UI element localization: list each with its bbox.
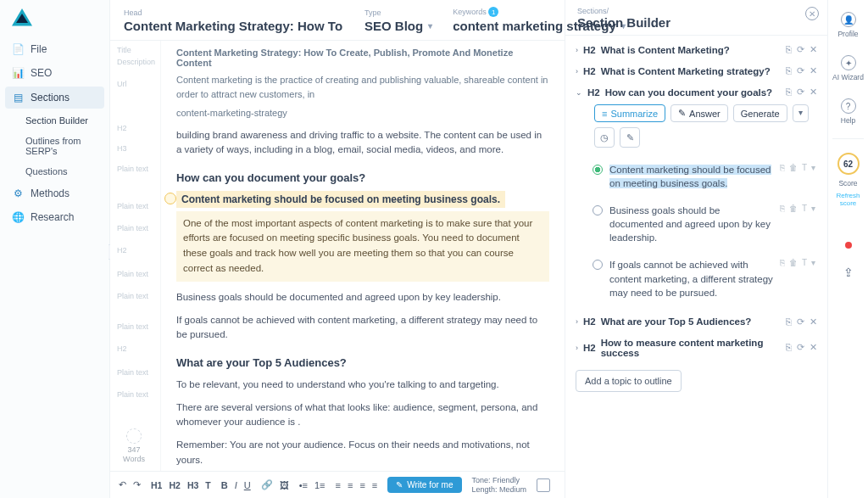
history-button[interactable]: ◷ [594, 127, 615, 148]
italic-button[interactable]: I [235, 480, 237, 490]
section-title[interactable]: How to measure content marketing success [601, 338, 781, 358]
answer-button[interactable]: ✎Answer [670, 104, 728, 122]
chevron-down-icon[interactable]: ▾ [428, 21, 432, 31]
rail-ai-wizard[interactable]: ✦ AI Wizard [828, 52, 868, 85]
expand-toggle[interactable]: › [576, 344, 578, 352]
copy-icon[interactable]: ⎘ [780, 258, 785, 267]
section-title[interactable]: What are your Top 5 Audiences? [601, 316, 781, 327]
gutter-pt3: Plain text [110, 222, 160, 234]
link-button[interactable]: 🔗 [261, 479, 273, 490]
header-type-field[interactable]: Type SEO Blog▾ [364, 8, 432, 33]
panel-close-button[interactable]: ✕ [805, 7, 819, 20]
nav-research[interactable]: 🌐 Research [0, 205, 109, 229]
copy-icon[interactable]: ⎘ [786, 342, 792, 353]
nav-methods[interactable]: ⚙ Methods [0, 182, 109, 205]
refresh-icon[interactable]: ⟳ [797, 87, 804, 98]
generate-dropdown[interactable]: ▾ [793, 104, 809, 122]
text-icon[interactable]: T [802, 258, 807, 267]
underline-button[interactable]: U [244, 480, 251, 490]
remove-icon[interactable]: ✕ [810, 342, 817, 353]
copy-icon[interactable]: ⎘ [786, 316, 792, 327]
bullet-list-button[interactable]: •≡ [299, 480, 308, 490]
h1-button[interactable]: H1 [151, 480, 162, 490]
refresh-score-link[interactable]: Refresh score [828, 193, 868, 208]
section-title[interactable]: How can you document your goals? [605, 87, 781, 98]
remove-icon[interactable]: ✕ [810, 65, 817, 76]
text-button[interactable]: T [205, 480, 210, 490]
header-head-field[interactable]: Head Content Marketing Strategy: How To … [124, 8, 344, 33]
refresh-icon[interactable]: ⟳ [797, 65, 804, 76]
rail-notification[interactable] [828, 238, 868, 252]
rail-score[interactable]: 62 Score Refresh score [828, 149, 868, 211]
rail-share[interactable]: ⇪ [828, 262, 868, 283]
point-text: Business goals should be documented and … [609, 204, 773, 244]
chevron-down-icon[interactable]: ▾ [811, 163, 815, 172]
layout-toggle-button[interactable] [537, 478, 550, 492]
help-icon: ? [841, 98, 856, 114]
gutter-pt8: Plain text [110, 389, 160, 400]
outline-point[interactable]: Business goals should be documented and … [591, 197, 817, 251]
add-topic-button[interactable]: Add a topic to outline [576, 370, 682, 392]
expand-toggle[interactable]: › [576, 46, 578, 54]
edit-button[interactable]: ✎ [620, 127, 640, 148]
section-row: › H2 What is Content Marketing strategy?… [574, 60, 819, 81]
point-check-icon[interactable] [593, 205, 603, 215]
refresh-icon[interactable]: ⟳ [797, 44, 804, 55]
write-for-me-button[interactable]: ✎ Write for me [387, 477, 461, 493]
refresh-icon[interactable]: ⟳ [797, 342, 804, 353]
nav-file[interactable]: 📄 File [0, 37, 109, 61]
rail-wizard-label: AI Wizard [832, 73, 864, 81]
nav-seo[interactable]: 📊 SEO [0, 61, 109, 85]
word-count-ring-icon [126, 428, 142, 444]
remove-icon[interactable]: ✕ [810, 87, 817, 98]
logo-icon [12, 8, 32, 29]
copy-icon[interactable]: ⎘ [780, 163, 785, 172]
subnav-questions[interactable]: Questions [7, 161, 109, 182]
remove-icon[interactable]: ✕ [810, 316, 817, 327]
summarize-button[interactable]: ≡Summarize [594, 104, 665, 122]
chevron-down-icon[interactable]: ▾ [811, 258, 815, 267]
copy-icon[interactable]: ⎘ [786, 65, 792, 76]
delete-icon[interactable]: 🗑 [789, 204, 798, 213]
text-icon[interactable]: T [802, 204, 807, 213]
point-check-icon[interactable] [593, 165, 603, 175]
editor[interactable]: Content Marketing Strategy: How To Creat… [161, 41, 565, 471]
h3-button[interactable]: H3 [187, 480, 198, 490]
undo-button[interactable]: ↶ [119, 479, 126, 490]
remove-icon[interactable]: ✕ [810, 44, 817, 55]
chevron-down-icon[interactable]: ▾ [811, 204, 815, 213]
rail-help[interactable]: ? Help [828, 95, 868, 128]
section-title[interactable]: What is Content Marketing strategy? [601, 66, 781, 76]
h2-button[interactable]: H2 [169, 480, 180, 490]
align-justify-button[interactable]: ≡ [372, 480, 377, 490]
copy-icon[interactable]: ⎘ [786, 44, 792, 55]
point-check-icon[interactable] [593, 260, 603, 270]
nav-file-label: File [31, 43, 47, 55]
nav-sections[interactable]: ▤ Sections [5, 87, 104, 109]
copy-icon[interactable]: ⎘ [780, 204, 785, 213]
copy-icon[interactable]: ⎘ [786, 87, 792, 98]
collapse-toggle[interactable]: ⌄ [576, 88, 582, 97]
outline-point[interactable]: Content marketing should be focused on m… [591, 156, 817, 197]
align-right-button[interactable]: ≡ [359, 480, 364, 490]
refresh-icon[interactable]: ⟳ [797, 316, 804, 327]
redo-button[interactable]: ↷ [133, 479, 141, 490]
subnav-section-builder[interactable]: Section Builder [7, 110, 109, 131]
expand-toggle[interactable]: › [576, 67, 578, 76]
generate-button[interactable]: Generate [733, 104, 787, 122]
section-tag: H2 [587, 87, 600, 98]
delete-icon[interactable]: 🗑 [789, 258, 798, 267]
align-center-button[interactable]: ≡ [348, 480, 353, 490]
text-icon[interactable]: T [802, 163, 807, 172]
subnav-outlines[interactable]: Outlines from SERP's [7, 131, 109, 161]
ordered-list-button[interactable]: 1≡ [314, 480, 326, 490]
tone-length-block[interactable]: Tone: Friendly Length: Medium [472, 476, 527, 495]
section-title[interactable]: What is Content Marketing? [601, 45, 781, 55]
delete-icon[interactable]: 🗑 [789, 163, 798, 172]
outline-point[interactable]: If goals cannot be achieved with content… [591, 251, 817, 305]
align-left-button[interactable]: ≡ [336, 480, 341, 490]
image-button[interactable]: 🖼 [280, 480, 289, 490]
rail-profile[interactable]: 👤 Profile [828, 8, 868, 42]
expand-toggle[interactable]: › [576, 317, 578, 326]
bold-button[interactable]: B [221, 480, 228, 490]
